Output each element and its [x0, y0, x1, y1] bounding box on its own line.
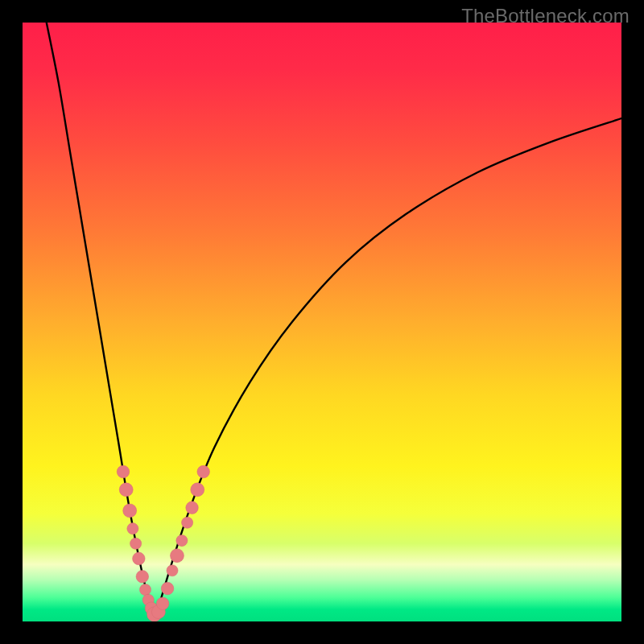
bead-marker [161, 582, 174, 595]
bead-marker [117, 465, 130, 478]
bead-marker [170, 549, 184, 563]
bead-marker [130, 538, 142, 549]
bead-marker [136, 570, 149, 583]
chart-svg [23, 23, 621, 621]
bead-marker [156, 597, 169, 610]
bead-marker [186, 502, 199, 514]
bead-marker [133, 552, 146, 565]
background-gradient [23, 23, 621, 621]
bead-marker [197, 465, 210, 478]
bead-marker [127, 523, 138, 535]
bead-marker [119, 483, 133, 497]
bead-marker [167, 565, 178, 576]
bead-marker [176, 535, 188, 546]
watermark-text: TheBottleneck.com [461, 5, 630, 27]
bead-marker [139, 584, 151, 596]
bead-marker [182, 517, 193, 528]
plot-area [23, 23, 621, 621]
bead-marker [123, 504, 137, 518]
bead-marker [191, 483, 204, 497]
